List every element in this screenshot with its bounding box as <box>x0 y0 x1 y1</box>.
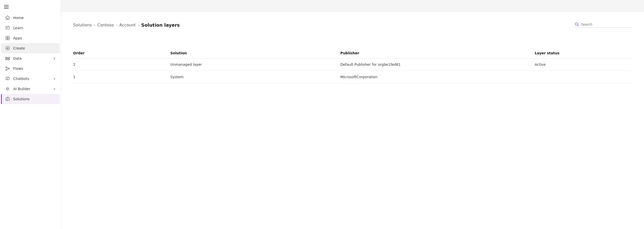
sidebar-item-ai-builder-label: AI Builder <box>13 87 50 91</box>
sidebar-item-home[interactable]: Home <box>1 13 60 23</box>
solutions-icon <box>5 96 10 102</box>
sidebar-item-data-label: Data <box>13 56 50 60</box>
col-header-layer-status: Layer status <box>535 48 632 58</box>
breadcrumb-solutions[interactable]: Solutions <box>73 23 92 27</box>
top-bar <box>61 0 644 12</box>
sidebar-item-learn[interactable]: Learn <box>1 23 60 33</box>
row-1-order: 2 <box>73 58 170 71</box>
row-1-publisher: Default Publisher for orgbe1fed61 <box>340 58 535 71</box>
sidebar-item-flows[interactable]: Flows <box>1 63 60 74</box>
sidebar-item-create[interactable]: Create <box>1 43 60 53</box>
breadcrumb-sep-1: › <box>94 23 95 27</box>
row-2-order: 1 <box>73 71 170 83</box>
sidebar-item-apps[interactable]: Apps <box>1 33 60 43</box>
breadcrumb-sep-3: › <box>138 23 139 27</box>
sidebar-item-solutions-label: Solutions <box>13 97 56 101</box>
sidebar-item-create-label: Create <box>13 46 56 50</box>
sidebar-item-ai-builder[interactable]: AI Builder ∨ <box>1 84 60 94</box>
row-1-solution: Unmanaged layer <box>170 58 340 71</box>
sidebar-item-home-label: Home <box>13 16 56 20</box>
table-header-row: Order Solution Publisher Layer status <box>73 48 632 58</box>
sidebar: Home Learn Apps <box>0 0 61 229</box>
search-icon <box>575 22 579 26</box>
sidebar-item-solutions[interactable]: Solutions <box>1 94 60 104</box>
svg-point-11 <box>6 69 7 71</box>
ai-builder-icon <box>5 86 10 91</box>
svg-rect-0 <box>6 26 9 29</box>
hamburger-button[interactable] <box>0 2 61 12</box>
svg-point-9 <box>6 67 7 68</box>
sidebar-item-chatbots-label: Chatbots <box>13 77 50 81</box>
svg-rect-1 <box>6 36 7 38</box>
create-icon <box>5 46 10 51</box>
svg-point-17 <box>575 23 578 25</box>
breadcrumb-account[interactable]: Account <box>119 23 136 27</box>
sidebar-item-apps-label: Apps <box>13 36 56 40</box>
data-chevron-icon: ∨ <box>53 57 56 60</box>
row-2-solution: System <box>170 71 340 83</box>
svg-rect-6 <box>6 57 10 58</box>
breadcrumb-contoso[interactable]: Contoso <box>97 23 114 27</box>
col-header-solution: Solution <box>170 48 340 58</box>
header-row: Solutions › Contoso › Account › Solution… <box>73 22 632 38</box>
sidebar-item-learn-label: Learn <box>13 26 56 30</box>
chatbots-chevron-icon: ∨ <box>53 77 56 80</box>
breadcrumb: Solutions › Contoso › Account › Solution… <box>73 22 180 28</box>
data-icon <box>5 56 10 61</box>
search-box[interactable] <box>575 22 632 28</box>
search-input[interactable] <box>581 22 632 26</box>
breadcrumb-sep-2: › <box>116 23 117 27</box>
chatbots-icon <box>5 76 10 81</box>
svg-rect-4 <box>8 38 9 40</box>
table-row[interactable]: 2 Unmanaged layer Default Publisher for … <box>73 58 632 71</box>
svg-rect-7 <box>6 58 10 59</box>
row-2-publisher: MicrosoftCorporation <box>340 71 535 83</box>
home-icon <box>5 15 10 20</box>
sidebar-item-flows-label: Flows <box>13 67 56 71</box>
svg-point-10 <box>8 68 10 69</box>
col-header-publisher: Publisher <box>340 48 535 58</box>
svg-point-15 <box>7 88 8 90</box>
content-area: Solutions › Contoso › Account › Solution… <box>61 12 644 229</box>
table-row[interactable]: 1 System MicrosoftCorporation <box>73 71 632 83</box>
learn-icon <box>5 25 10 30</box>
col-header-order: Order <box>73 48 170 58</box>
flows-icon <box>5 66 10 71</box>
svg-rect-3 <box>6 38 7 40</box>
svg-rect-8 <box>6 59 10 60</box>
row-1-layer-status: Active <box>535 58 632 71</box>
ai-builder-chevron-icon: ∨ <box>53 87 56 91</box>
svg-rect-2 <box>8 36 9 38</box>
breadcrumb-current: Solution layers <box>141 22 180 28</box>
row-2-layer-status <box>535 71 632 83</box>
menu-icon <box>4 5 9 9</box>
apps-icon <box>5 36 10 41</box>
sidebar-item-data[interactable]: Data ∨ <box>1 53 60 63</box>
sidebar-item-chatbots[interactable]: Chatbots ∨ <box>1 74 60 84</box>
solution-layers-table: Order Solution Publisher Layer status 2 … <box>73 48 632 83</box>
main-content: Solutions › Contoso › Account › Solution… <box>61 0 644 229</box>
